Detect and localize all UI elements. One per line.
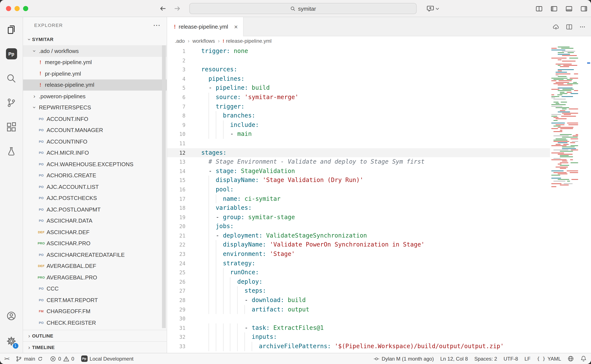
code-editor[interactable]: 1trigger: none23resources:4 pipelines:5 … (167, 46, 591, 353)
layout-columns-button[interactable] (535, 5, 543, 12)
tree-item[interactable]: DEFASCIICHAR.DEF (23, 227, 167, 238)
editor-more-actions-button[interactable] (579, 23, 586, 30)
cursor-position-button[interactable]: Ln 12, Col 8 (440, 356, 468, 362)
tree-item[interactable]: POCERT.MAT.REPORT (23, 294, 167, 306)
tree-item[interactable]: POAJC.ACCOUNT.LIST (23, 181, 167, 192)
source-control-view-button[interactable] (2, 93, 21, 112)
code-line[interactable]: 2 (167, 56, 591, 65)
tree-item[interactable]: POCCC (23, 283, 167, 294)
language-mode-button[interactable]: { } YAML (537, 356, 561, 362)
timeline-section-header[interactable]: › TIMELINE (23, 341, 167, 353)
code-line[interactable]: 12stages: (167, 148, 591, 157)
tree-item[interactable]: ›.ado / workflows (23, 45, 167, 57)
workspace-root-header[interactable]: › SYMITAR (23, 33, 167, 45)
breadcrumb-folder[interactable]: .ado (175, 38, 185, 44)
code-line[interactable]: 15 displayName: 'Stage Validation (Dry R… (167, 176, 591, 185)
code-line[interactable]: 11 (167, 139, 591, 148)
tree-item[interactable]: ›.poweron-pipelines (23, 91, 167, 102)
tree-item[interactable]: FMCHARGEOFF.FM (23, 306, 167, 317)
code-line[interactable]: 9 include: (167, 120, 591, 130)
code-line[interactable]: 7 trigger: (167, 102, 591, 111)
code-line[interactable]: 10 - main (167, 130, 591, 139)
code-line[interactable]: 16 pool: (167, 185, 591, 194)
account-button[interactable] (2, 306, 21, 325)
remote-indicator-button[interactable]: >< (4, 356, 9, 361)
tree-item[interactable]: !merge-pipeline.yml (23, 57, 167, 68)
tree-item[interactable]: POAJC.POSTCHECKS (23, 192, 167, 204)
code-line[interactable]: 25 runOnce: (167, 268, 591, 277)
tree-item[interactable]: ›REPWRITERSPECS (23, 102, 167, 113)
code-line[interactable]: 21 - deployment: ValidateStageSynchroniz… (167, 231, 591, 240)
code-line[interactable]: 31 - task: ExtractFiles@1 (167, 323, 591, 333)
copilot-chat-button[interactable] (427, 0, 439, 17)
code-line[interactable]: 22 displayName: 'Validate PowerOn Synchr… (167, 240, 591, 249)
tree-item[interactable]: POACCOUNTINFO (23, 136, 167, 147)
split-editor-button[interactable] (566, 23, 573, 30)
encoding-button[interactable]: UTF-8 (504, 356, 518, 362)
code-line[interactable]: 4 pipelines: (167, 74, 591, 84)
chevron-right-icon[interactable]: › (32, 93, 37, 99)
tree-item[interactable]: POACCOUNT.MANAGER (23, 124, 167, 136)
sidebar-scrollbar[interactable] (162, 45, 166, 328)
zoom-window-button[interactable] (23, 6, 28, 11)
tree-item[interactable]: POACCOUNT.INFO (23, 113, 167, 124)
search-view-button[interactable] (2, 69, 21, 88)
tree-item[interactable]: DEFAVERAGEBAL.DEF (23, 260, 167, 272)
branch-button[interactable]: main (16, 356, 43, 362)
code-line[interactable]: 27 steps: (167, 286, 591, 296)
code-line[interactable]: 29 artifact: output (167, 305, 591, 314)
code-line[interactable]: 32 inputs: (167, 333, 591, 342)
outline-section-header[interactable]: › OUTLINE (23, 330, 167, 341)
tree-item[interactable]: !release-pipeline.yml (23, 79, 167, 91)
code-line[interactable]: 14 - stage: StageValidation (167, 166, 591, 176)
git-blame-button[interactable]: Dylan M (1 month ago) (373, 356, 434, 362)
explorer-view-button[interactable] (2, 20, 21, 39)
code-line[interactable]: 26 deploy: (167, 277, 591, 286)
code-line[interactable]: 17 name: ci-symitar (167, 194, 591, 203)
feedback-globe-button[interactable] (567, 356, 574, 362)
toggle-panel-button[interactable] (565, 5, 573, 12)
code-line[interactable]: 33 archiveFilePatterns: '$(Pipeline.Work… (167, 342, 591, 351)
code-line[interactable]: 13 # Stage Environment - Validate and de… (167, 157, 591, 166)
extensions-view-button[interactable] (2, 117, 21, 136)
tab-close-button[interactable]: × (234, 23, 238, 30)
back-button[interactable] (159, 5, 167, 12)
tree-item[interactable]: POACH.WAREHOUSE.EXCEPTIONS (23, 158, 167, 170)
notifications-bell-button[interactable] (580, 356, 587, 362)
minimap[interactable] (550, 46, 580, 353)
publish-cloud-button[interactable] (552, 23, 559, 30)
indentation-button[interactable]: Spaces: 2 (474, 356, 497, 362)
tree-item[interactable]: !pr-pipeline.yml (23, 68, 167, 79)
code-line[interactable]: 30 (167, 314, 591, 323)
tree-item[interactable]: POCHECK.REGISTER (23, 317, 167, 328)
poweron-extension-button[interactable]: Pp (2, 45, 21, 63)
tab-release-pipeline[interactable]: ! release-pipeline.yml × (167, 17, 243, 36)
code-line[interactable]: 1trigger: none (167, 46, 591, 56)
code-line[interactable]: 3resources: (167, 65, 591, 74)
code-line[interactable]: 23 environment: 'Stage' (167, 249, 591, 259)
workspace-button[interactable]: Pp Local Development (81, 356, 133, 362)
eol-button[interactable]: LF (525, 356, 531, 362)
breadcrumb-file[interactable]: ! release-pipeline.yml (223, 38, 272, 44)
forward-button[interactable] (174, 5, 181, 12)
settings-button[interactable]: 1 (2, 332, 21, 350)
toggle-secondary-sidebar-button[interactable] (580, 5, 588, 12)
code-line[interactable]: 19 - group: symitar-stage (167, 213, 591, 222)
command-center-search[interactable]: symitar (189, 3, 417, 14)
close-window-button[interactable] (6, 6, 11, 11)
tree-item[interactable]: POASCIICHAR.DATA (23, 215, 167, 227)
code-line[interactable]: 6 source: 'symitar-merge' (167, 93, 591, 102)
testing-view-button[interactable] (2, 142, 21, 161)
code-line[interactable]: 24 strategy: (167, 259, 591, 268)
tree-item[interactable]: POACHORIG.CREATE (23, 170, 167, 181)
tree-item[interactable]: PROAVERAGEBAL.PRO (23, 272, 167, 283)
toggle-primary-sidebar-button[interactable] (550, 5, 558, 12)
code-line[interactable]: 18 variables: (167, 203, 591, 213)
chevron-down-icon[interactable]: › (31, 105, 38, 110)
chevron-down-icon[interactable]: › (31, 48, 38, 54)
code-line[interactable]: 20 jobs: (167, 222, 591, 231)
problems-button[interactable]: 0 0 (50, 356, 74, 362)
tree-item[interactable]: POACH.MICR.INFO (23, 147, 167, 158)
code-line[interactable]: 28 - download: build (167, 296, 591, 305)
explorer-more-actions-button[interactable]: ··· (153, 22, 161, 29)
